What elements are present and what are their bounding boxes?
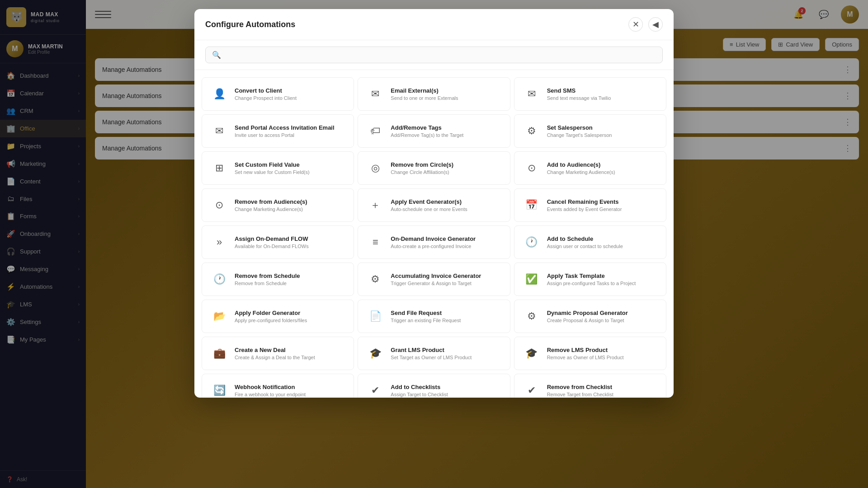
automation-item-desc: Change Circle Affiliation(s) — [391, 169, 453, 175]
search-input-wrap: 🔍 — [205, 47, 663, 63]
automation-item-title: Send File Request — [391, 310, 461, 316]
automation-item-assign-on-demand-flow[interactable]: » Assign On-Demand FLOW Available for On… — [202, 225, 354, 259]
automation-item-send-file-request[interactable]: 📄 Send File Request Trigger an existing … — [358, 300, 510, 333]
automation-item-icon: 🕐 — [210, 270, 228, 288]
automation-item-title: Dynamic Proposal Generator — [547, 310, 628, 316]
automation-item-icon: ✅ — [523, 270, 541, 288]
automation-item-icon: 📅 — [523, 196, 541, 214]
automation-item-desc: Remove from Schedule — [235, 281, 300, 286]
automation-item-desc: Change Marketing Audience(s) — [235, 206, 307, 212]
automation-item-desc: Invite user to access Portal — [235, 132, 335, 138]
automation-item-dynamic-proposal-generator[interactable]: ⚙ Dynamic Proposal Generator Create Prop… — [514, 300, 666, 333]
automation-item-desc: Create & Assign a Deal to the Target — [235, 355, 315, 360]
automation-item-accumulating-invoice-generator[interactable]: ⚙ Accumulating Invoice Generator Trigger… — [358, 263, 510, 296]
automation-item-set-salesperson[interactable]: ⚙ Set Salesperson Change Target's Salesp… — [514, 114, 666, 148]
automation-item-cancel-remaining-events[interactable]: 📅 Cancel Remaining Events Events added b… — [514, 188, 666, 222]
search-input[interactable] — [226, 52, 656, 59]
automation-item-title: Grant LMS Product — [391, 347, 472, 353]
automation-item-create-new-deal[interactable]: 💼 Create a New Deal Create & Assign a De… — [202, 337, 354, 370]
automation-item-title: Send Portal Access Invitation Email — [235, 124, 335, 131]
automation-item-title: Send SMS — [547, 87, 611, 94]
automation-item-title: Remove from Schedule — [235, 272, 300, 279]
automation-item-desc: Available for On-Demand FLOWs — [235, 244, 309, 249]
automation-item-desc: Send text message via Twilio — [547, 95, 611, 101]
configure-automations-modal: Configure Automations ✕ ◀ 🔍 👤 Convert to… — [194, 9, 674, 398]
automation-item-desc: Create Proposal & Assign to Target — [547, 318, 628, 323]
automation-item-icon: 🎓 — [366, 344, 384, 362]
automation-item-send-sms[interactable]: ✉ Send SMS Send text message via Twilio — [514, 77, 666, 111]
search-icon: 🔍 — [212, 51, 221, 59]
automation-grid: 👤 Convert to Client Change Prospect into… — [194, 70, 674, 398]
automation-item-title: Add to Schedule — [547, 235, 623, 242]
automation-item-set-custom-field[interactable]: ⊞ Set Custom Field Value Set new value f… — [202, 151, 354, 185]
automation-item-title: Remove from Audience(s) — [235, 198, 307, 205]
automation-item-desc: Trigger Generator & Assign to Target — [391, 281, 481, 286]
automation-item-on-demand-invoice-generator[interactable]: ≡ On-Demand Invoice Generator Auto-creat… — [358, 225, 510, 259]
automation-item-icon: ⊙ — [523, 159, 541, 177]
automation-item-desc: Remove as Owner of LMS Product — [547, 355, 624, 360]
automation-item-desc: Auto-schedule one or more Events — [391, 206, 467, 212]
automation-item-icon: ＋ — [366, 196, 384, 214]
automation-item-add-to-schedule[interactable]: 🕐 Add to Schedule Assign user or contact… — [514, 225, 666, 259]
automation-item-desc: Auto-create a pre-configured Invoice — [391, 244, 476, 249]
automation-item-remove-from-checklist[interactable]: ✔ Remove from Checklist Remove Target fr… — [514, 374, 666, 398]
automation-item-desc: Trigger an existing File Request — [391, 318, 461, 323]
automation-item-icon: ⚙ — [366, 270, 384, 288]
automation-item-icon: » — [210, 233, 228, 251]
automation-item-icon: ✔ — [366, 381, 384, 398]
automation-item-remove-lms-product[interactable]: 🎓 Remove LMS Product Remove as Owner of … — [514, 337, 666, 370]
modal-header-actions: ✕ ◀ — [628, 17, 663, 32]
automation-item-icon: ✔ — [523, 381, 541, 398]
automation-item-apply-task-template[interactable]: ✅ Apply Task Template Assign pre-configu… — [514, 263, 666, 296]
automation-item-title: Email External(s) — [391, 87, 458, 94]
automation-item-desc: Remove Target from Checklist — [547, 392, 613, 397]
automation-item-desc: Set new value for Custom Field(s) — [235, 169, 310, 175]
automation-item-icon: 💼 — [210, 344, 228, 362]
back-icon: ◀ — [652, 19, 659, 29]
automation-item-desc: Assign Target to Checklist — [391, 392, 448, 397]
automation-item-icon: ⚙ — [523, 122, 541, 140]
automation-item-apply-event-generator[interactable]: ＋ Apply Event Generator(s) Auto-schedule… — [358, 188, 510, 222]
automation-item-icon: 🎓 — [523, 344, 541, 362]
automation-item-icon: ◎ — [366, 159, 384, 177]
automation-item-title: Cancel Remaining Events — [547, 198, 622, 205]
automation-item-add-remove-tags[interactable]: 🏷 Add/Remove Tags Add/Remove Tag(s) to t… — [358, 114, 510, 148]
automation-item-title: Apply Event Generator(s) — [391, 198, 467, 205]
automation-item-grant-lms-product[interactable]: 🎓 Grant LMS Product Set Target as Owner … — [358, 337, 510, 370]
automation-item-title: Apply Folder Generator — [235, 310, 307, 316]
automation-item-desc: Apply pre-configured folders/files — [235, 318, 307, 323]
modal-search-bar: 🔍 — [194, 40, 674, 70]
automation-item-webhook-notification[interactable]: 🔄 Webhook Notification Fire a webhook to… — [202, 374, 354, 398]
automation-item-title: Assign On-Demand FLOW — [235, 235, 309, 242]
automation-item-add-to-audiences[interactable]: ⊙ Add to Audience(s) Change Marketing Au… — [514, 151, 666, 185]
modal-close-button[interactable]: ✕ — [628, 17, 643, 32]
automation-item-title: Set Custom Field Value — [235, 161, 310, 168]
automation-item-icon: ✉ — [210, 122, 228, 140]
automation-item-desc: Add/Remove Tag(s) to the Target — [391, 132, 463, 138]
automation-item-desc: Change Marketing Audience(s) — [547, 169, 615, 175]
automation-item-title: Webhook Notification — [235, 384, 306, 390]
automation-item-remove-from-audiences[interactable]: ⊙ Remove from Audience(s) Change Marketi… — [202, 188, 354, 222]
automation-item-title: Create a New Deal — [235, 347, 315, 353]
automation-item-email-externals[interactable]: ✉ Email External(s) Send to one or more … — [358, 77, 510, 111]
automation-item-title: Convert to Client — [235, 87, 297, 94]
automation-item-apply-folder-generator[interactable]: 📂 Apply Folder Generator Apply pre-confi… — [202, 300, 354, 333]
automation-item-icon: ⊞ — [210, 159, 228, 177]
automation-item-send-portal-access[interactable]: ✉ Send Portal Access Invitation Email In… — [202, 114, 354, 148]
automation-item-title: Accumulating Invoice Generator — [391, 272, 481, 279]
automation-item-remove-from-circle[interactable]: ◎ Remove from Circle(s) Change Circle Af… — [358, 151, 510, 185]
automation-item-add-to-checklists[interactable]: ✔ Add to Checklists Assign Target to Che… — [358, 374, 510, 398]
automation-item-desc: Fire a webhook to your endpoint — [235, 392, 306, 397]
modal-overlay[interactable]: Configure Automations ✕ ◀ 🔍 👤 Convert to… — [0, 0, 868, 488]
automation-item-title: Add to Checklists — [391, 384, 448, 390]
automation-item-title: Remove LMS Product — [547, 347, 624, 353]
modal-header: Configure Automations ✕ ◀ — [194, 9, 674, 40]
close-icon: ✕ — [632, 19, 639, 29]
automation-item-title: Add to Audience(s) — [547, 161, 615, 168]
automation-item-icon: 👤 — [210, 85, 228, 103]
automation-item-convert-to-client[interactable]: 👤 Convert to Client Change Prospect into… — [202, 77, 354, 111]
automation-item-icon: 📂 — [210, 307, 228, 325]
modal-back-button[interactable]: ◀ — [648, 17, 663, 32]
automation-item-remove-from-schedule[interactable]: 🕐 Remove from Schedule Remove from Sched… — [202, 263, 354, 296]
automation-item-title: On-Demand Invoice Generator — [391, 235, 476, 242]
